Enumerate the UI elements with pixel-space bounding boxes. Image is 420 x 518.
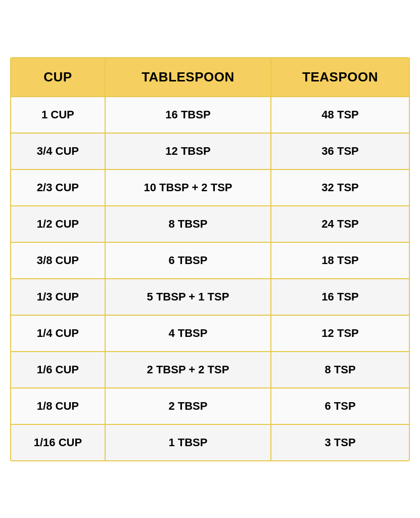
cell-teaspoon: 18 TSP [271, 242, 409, 279]
cell-tablespoon: 12 TBSP [105, 133, 271, 169]
table-row: 1/3 CUP5 TBSP + 1 TSP16 TSP [11, 279, 409, 315]
table-row: 1 CUP16 TBSP48 TSP [11, 97, 409, 133]
cell-cup: 3/4 CUP [11, 133, 105, 169]
cell-cup: 1/4 CUP [11, 315, 105, 352]
cell-tablespoon: 1 TBSP [105, 424, 271, 460]
cell-tablespoon: 2 TBSP + 2 TSP [105, 352, 271, 388]
table-row: 2/3 CUP10 TBSP + 2 TSP32 TSP [11, 169, 409, 206]
cell-teaspoon: 36 TSP [271, 133, 409, 169]
cell-teaspoon: 32 TSP [271, 169, 409, 206]
cell-cup: 1/16 CUP [11, 424, 105, 460]
cell-tablespoon: 5 TBSP + 1 TSP [105, 279, 271, 315]
table-row: 1/4 CUP4 TBSP12 TSP [11, 315, 409, 352]
cell-teaspoon: 48 TSP [271, 97, 409, 133]
header-teaspoon: TEASPOON [271, 58, 409, 97]
table-row: 1/16 CUP1 TBSP3 TSP [11, 424, 409, 460]
cell-tablespoon: 2 TBSP [105, 388, 271, 424]
table-row: 1/8 CUP2 TBSP6 TSP [11, 388, 409, 424]
table-row: 1/2 CUP8 TBSP24 TSP [11, 206, 409, 242]
cell-cup: 1/2 CUP [11, 206, 105, 242]
cell-tablespoon: 16 TBSP [105, 97, 271, 133]
cell-teaspoon: 24 TSP [271, 206, 409, 242]
header-row: CUP TABLESPOON TEASPOON [11, 58, 409, 97]
table-row: 3/8 CUP6 TBSP18 TSP [11, 242, 409, 279]
cell-cup: 1/8 CUP [11, 388, 105, 424]
cell-cup: 1/3 CUP [11, 279, 105, 315]
cell-teaspoon: 16 TSP [271, 279, 409, 315]
header-tablespoon: TABLESPOON [105, 58, 271, 97]
cell-cup: 1/6 CUP [11, 352, 105, 388]
table-row: 1/6 CUP2 TBSP + 2 TSP8 TSP [11, 352, 409, 388]
table-row: 3/4 CUP12 TBSP36 TSP [11, 133, 409, 169]
cell-teaspoon: 8 TSP [271, 352, 409, 388]
cell-teaspoon: 3 TSP [271, 424, 409, 460]
cell-tablespoon: 10 TBSP + 2 TSP [105, 169, 271, 206]
header-cup: CUP [11, 58, 105, 97]
cell-cup: 1 CUP [11, 97, 105, 133]
cell-cup: 2/3 CUP [11, 169, 105, 206]
cell-cup: 3/8 CUP [11, 242, 105, 279]
cell-teaspoon: 6 TSP [271, 388, 409, 424]
cell-tablespoon: 4 TBSP [105, 315, 271, 352]
cell-tablespoon: 6 TBSP [105, 242, 271, 279]
cell-tablespoon: 8 TBSP [105, 206, 271, 242]
cell-teaspoon: 12 TSP [271, 315, 409, 352]
conversion-table: CUP TABLESPOON TEASPOON 1 CUP16 TBSP48 T… [10, 57, 410, 461]
